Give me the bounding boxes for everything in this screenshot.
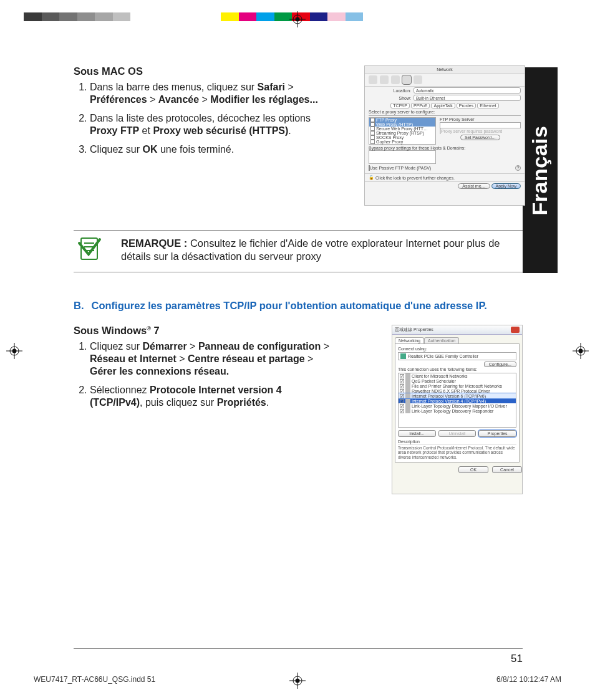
nic-icon xyxy=(400,353,406,359)
adapter-field: Realtek PCIe GBE Family Controller xyxy=(398,352,516,360)
toolbar-icon xyxy=(369,75,377,84)
remark-note: REMARQUE : Consultez le fichier d'Aide d… xyxy=(74,230,523,272)
configure-button[interactable]: Configure... xyxy=(484,362,516,367)
win7-steps: Cliquez sur Démarrer > Panneau de config… xyxy=(74,340,336,409)
assist-button[interactable]: Assist me… xyxy=(458,183,490,189)
show-select[interactable]: Built-in Ethernet xyxy=(414,95,521,101)
list-item: Cliquez sur OK une fois terminé. xyxy=(90,143,336,156)
tab[interactable]: PPPoE xyxy=(411,103,430,108)
apply-now-button[interactable]: Apply Now xyxy=(491,183,521,189)
cancel-button[interactable]: Cancel xyxy=(492,466,522,473)
tab[interactable]: Ethernet xyxy=(477,103,498,108)
tab-bar: TCP/IP PPPoE AppleTalk Proxies Ethernet xyxy=(365,103,525,108)
print-slug: WEU7417_RT-AC66U_QSG.indd 51 6/8/12 10:1… xyxy=(34,675,561,684)
registration-mark-icon xyxy=(6,343,22,359)
note-icon xyxy=(77,236,104,262)
tab-networking[interactable]: Networking xyxy=(395,337,424,343)
remark-label: REMARQUE : xyxy=(121,237,187,249)
items-label: This connection uses the following items… xyxy=(398,367,516,372)
lock-icon[interactable]: 🔓 xyxy=(369,175,374,180)
list-item: Cliquez sur Démarrer > Panneau de config… xyxy=(90,340,336,378)
window-title: Network xyxy=(365,66,525,74)
proxy-server-label: FTP Proxy Server xyxy=(440,117,521,122)
install-button[interactable]: Install... xyxy=(398,430,436,437)
tab[interactable]: AppleTalk xyxy=(431,103,455,108)
list-item: Dans la liste des protocoles, décochez l… xyxy=(90,112,336,137)
page-content: Sous MAC OS Dans la barre des menus, cli… xyxy=(74,65,523,499)
connect-using-label: Connect using: xyxy=(398,347,516,351)
bypass-label: Bypass proxy settings for these Hosts & … xyxy=(369,146,521,150)
help-icon[interactable]: ? xyxy=(515,165,521,171)
print-file: WEU7417_RT-AC66U_QSG.indd 51 xyxy=(34,675,155,684)
list-item: Sélectionnez Protocole Internet version … xyxy=(90,384,336,409)
tab[interactable]: Proxies xyxy=(457,103,476,108)
properties-button[interactable]: Properties xyxy=(478,430,516,437)
section-macos: Sous MAC OS Dans la barre des menus, cli… xyxy=(74,65,523,209)
location-select[interactable]: Automatic xyxy=(414,87,521,93)
section-win7: Sous Windows® 7 Cliquez sur Démarrer > P… xyxy=(74,325,523,499)
page-number: 51 xyxy=(74,649,523,665)
ok-button[interactable]: OK xyxy=(458,466,488,473)
screenshot-win7-properties: 區域連線 Properties Networking Authenticatio… xyxy=(392,325,523,494)
bypass-input[interactable] xyxy=(369,150,436,164)
registration-mark-icon xyxy=(289,11,306,27)
toolbar-icon xyxy=(402,75,411,84)
language-tab-label: Français xyxy=(528,125,553,215)
print-colorbar xyxy=(24,12,363,21)
print-date: 6/8/12 10:12:47 AM xyxy=(496,675,561,684)
window-title: 區域連線 Properties xyxy=(395,327,433,333)
close-icon[interactable] xyxy=(511,327,520,333)
section-b-heading: B. Configurez les paramètres TCP/IP pour… xyxy=(74,300,523,312)
set-password-button[interactable]: Set Password… xyxy=(460,135,500,140)
description-text: Transmission Control Protocol/Internet P… xyxy=(398,444,516,459)
uninstall-button[interactable]: Uninstall xyxy=(438,430,476,437)
tab-authentication[interactable]: Authentication xyxy=(424,337,459,343)
registration-mark-icon xyxy=(573,343,589,359)
items-listbox[interactable]: Client for Microsoft Networks QoS Packet… xyxy=(398,373,516,428)
description-label: Description xyxy=(398,439,516,444)
proxy-server-input[interactable] xyxy=(440,122,521,128)
list-item: Dans la barre des menus, cliquez sur Saf… xyxy=(90,81,336,106)
toolbar-icon xyxy=(380,75,389,84)
macos-steps: Dans la barre des menus, cliquez sur Saf… xyxy=(74,81,336,156)
toolbar-icon xyxy=(414,75,422,84)
language-tab: Français xyxy=(523,67,558,273)
toolbar xyxy=(365,74,525,87)
page-footer: 51 xyxy=(74,648,523,665)
proxy-label: Select a proxy server to configure: xyxy=(365,110,525,114)
toolbar-icon xyxy=(391,75,400,84)
proxy-list[interactable]: FTP Proxy Web Proxy (HTTP) Secure Web Pr… xyxy=(369,117,436,145)
screenshot-macos-network: Network Location:Automatic Show:Built-in… xyxy=(364,65,525,206)
tab[interactable]: TCP/IP xyxy=(390,103,410,108)
